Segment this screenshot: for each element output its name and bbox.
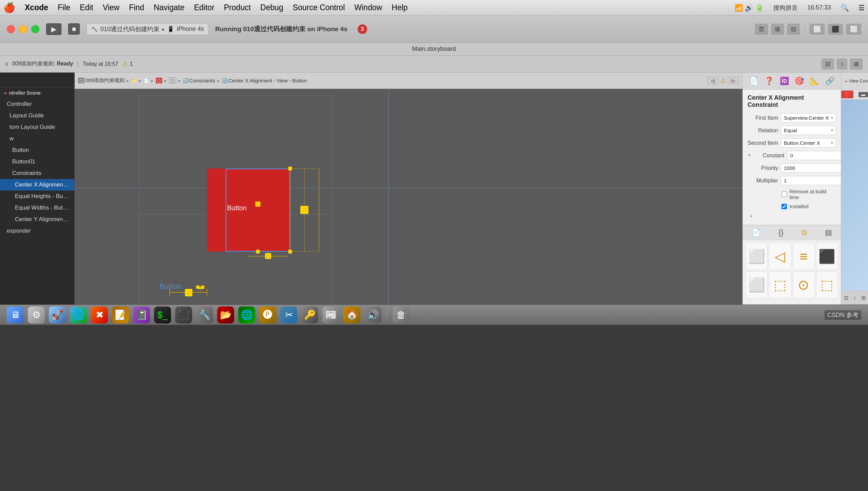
canvas-drawing-area[interactable]: Button ⬚ ⬚ ⬚ [75,89,742,305]
bc-item-constraints-label[interactable]: 🔠 Constraints [183,78,215,83]
lib-tab-objects[interactable]: ⊙ [801,228,807,237]
view-options-2[interactable]: ↕ [837,59,847,70]
dock-icon-terminal[interactable]: $_ [154,307,171,323]
stop-button[interactable]: ■ [68,23,80,35]
lib-tab-media[interactable]: ▤ [825,228,832,237]
menu-file[interactable]: File [58,3,70,12]
lib-item-7[interactable]: ⬚ [816,271,838,298]
inspector-tab-attributes[interactable]: 🎯 [795,77,804,85]
lib-item-4[interactable]: ⬜ [746,271,768,298]
dock-icon-misc9[interactable]: 🏠 [343,307,360,323]
inspector-tab-quick[interactable]: ❓ [765,77,774,85]
lib-tab-code[interactable]: {} [778,228,784,237]
dock-icon-misc10[interactable]: 🔊 [364,307,381,323]
dock-icon-xcode[interactable]: ✖ [91,307,108,323]
placeholder-checkbox[interactable] [781,192,787,197]
view-toggle-standard[interactable]: ☰ [755,24,768,35]
sidebar-item-bottom-layout[interactable]: tom Layout Guide [0,121,74,133]
bc-nav-prev[interactable]: ◁ [707,77,718,84]
lib-tab-file[interactable]: 📄 [752,228,761,237]
fr-icon-3[interactable]: ⊞ [861,295,866,301]
bc-item-center-x[interactable]: 🔡 Center X Alignment - View - Button [222,78,307,83]
lib-item-2[interactable]: ≡ [793,243,815,270]
handle-bottom-right[interactable] [288,250,292,254]
search-icon[interactable]: 🔍 [841,4,849,12]
inspector-toggle[interactable]: ⬜ [846,24,861,35]
maximize-button[interactable] [31,25,39,33]
menu-navigate[interactable]: Navigate [154,3,185,12]
menu-view[interactable]: View [103,3,119,12]
view-toggle-version[interactable]: ⊟ [787,24,800,35]
dock-icon-misc4[interactable]: 🌐 [238,307,255,323]
dock-icon-misc8[interactable]: 📰 [322,307,339,323]
inspector-tab-file[interactable]: 📄 [749,77,758,85]
close-scene-icon[interactable]: ● [4,90,7,96]
dock-icon-syspref[interactable]: ⚙ [28,307,45,323]
menu-edit[interactable]: Edit [80,3,93,12]
debug-toggle[interactable]: ⬛ [828,24,843,35]
inspector-tab-identity[interactable]: 🆔 [780,77,789,85]
handle-bottom-center[interactable] [256,250,260,254]
view-options-3[interactable]: ⊞ [850,59,863,70]
dock-icon-onenote[interactable]: 📓 [133,307,150,323]
dock-icon-safari[interactable]: 🌐 [70,307,87,323]
sidebar-item-responder[interactable]: esponder [0,225,74,237]
fr-icon-1[interactable]: ⊟ [844,295,848,301]
view-toggle-assistant[interactable]: ⊞ [771,24,784,35]
notification-icon[interactable]: ☰ [858,4,865,12]
sidebar-item-center-x[interactable]: Center X Alignment - View... [0,179,74,191]
inspector-tab-connections[interactable]: 🔗 [825,77,834,85]
installed-checkbox[interactable] [781,204,787,209]
menu-help[interactable]: Help [392,3,408,12]
bc-item-folder[interactable]: 📁 [131,78,137,83]
sidebar-item-equal-widths[interactable]: Equal Widths - Button - B... [0,202,74,214]
first-item-select[interactable]: Superview.Center X [781,113,836,122]
dock-icon-notes[interactable]: 📝 [112,307,129,323]
dock-icon-misc3[interactable]: 📂 [217,307,234,323]
menu-editor[interactable]: Editor [194,3,214,12]
sidebar-item-button[interactable]: Button [0,144,74,156]
view-options-1[interactable]: ⊟ [822,59,834,70]
menu-product[interactable]: Product [224,3,251,12]
bc-item-0[interactable]: ◻ 009添加约束规则 [78,77,125,84]
sidebar-toggle-right[interactable]: ▬ [858,92,868,97]
sidebar-item-center-y[interactable]: Center Y Alignment - View... [0,214,74,225]
second-item-select[interactable]: Button.Center X [781,138,836,148]
dock-icon-misc2[interactable]: 🔧 [196,307,213,323]
bc-item-doc[interactable]: 📄 [144,78,149,83]
sidebar-item-button01[interactable]: Button01 [0,156,74,168]
menu-source-control[interactable]: Source Control [293,3,345,12]
add-constraint-btn[interactable]: + [748,213,755,220]
sidebar-item-controller[interactable]: Controller [0,98,74,110]
menu-find[interactable]: Find [129,3,144,12]
sidebar-item-equal-heights[interactable]: Equal Heights - Button -... [0,191,74,202]
close-button[interactable] [7,25,15,33]
bc-item-cube[interactable]: ◻ [156,78,162,83]
fr-icon-2[interactable]: ↕ [853,295,856,301]
storyboard-tab[interactable]: Main.storyboard [0,43,868,56]
relation-select[interactable]: Equal [781,126,836,135]
bc-nav-next[interactable]: ▷ [728,77,739,84]
constant-add-btn[interactable]: + [748,152,751,159]
minimize-button[interactable] [19,25,27,33]
scheme-selector[interactable]: 🔨 010通过代码创建约束 ▸ 📱 iPhone 4s [87,23,208,35]
run-button[interactable]: ▶ [46,23,61,35]
dock-icon-trash[interactable]: 🗑 [393,307,410,323]
lib-item-6[interactable]: ⊙ [793,271,815,298]
apple-menu[interactable]: 🍎 [3,2,15,13]
navigator-toggle[interactable]: ⬜ [810,24,825,35]
menu-window[interactable]: Window [354,3,382,12]
dock-icon-misc5[interactable]: 🅟 [259,307,276,323]
dock-icon-misc7[interactable]: 🔑 [301,307,318,323]
bc-item-view[interactable]: ◻ [169,77,176,84]
error-badge[interactable]: 3 [358,24,367,34]
warning-indicator[interactable]: ⚠ 1 [122,60,133,68]
inspector-tab-size[interactable]: 📐 [810,77,819,85]
dock-icon-finder[interactable]: 🖥 [7,307,24,323]
constraint-anchor-center[interactable]: ⬚ [255,201,261,207]
menu-debug[interactable]: Debug [260,3,283,12]
sidebar-item-constraints[interactable]: Constraints [0,168,74,179]
menu-xcode[interactable]: Xcode [25,3,48,12]
dock-icon-misc6[interactable]: ✂ [280,307,297,323]
sidebar-item-view[interactable]: w [0,133,74,144]
